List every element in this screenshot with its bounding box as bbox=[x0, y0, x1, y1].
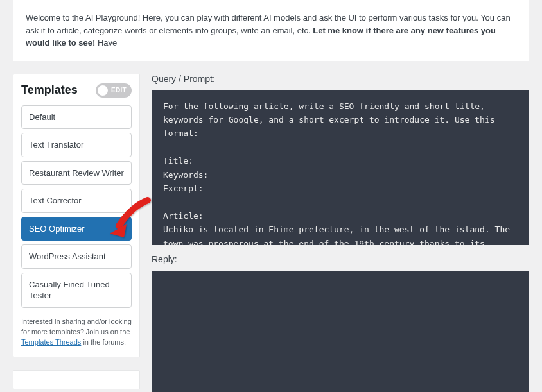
templates-note: Interested in sharing and/or looking for… bbox=[21, 317, 132, 348]
template-item-seo-optimizer[interactable]: SEO Optimizer bbox=[21, 217, 132, 241]
template-list: Default Text Translator Restaurant Revie… bbox=[21, 105, 132, 308]
template-item-default[interactable]: Default bbox=[21, 105, 132, 130]
templates-threads-link[interactable]: Templates Threads bbox=[21, 338, 81, 346]
welcome-banner: Welcome to the AI Playground! Here, you … bbox=[13, 0, 529, 61]
query-label: Query / Prompt: bbox=[152, 74, 529, 84]
next-card bbox=[13, 370, 140, 389]
edit-toggle[interactable]: EDIT bbox=[96, 83, 132, 98]
templates-title: Templates bbox=[21, 83, 78, 97]
note-before: Interested in sharing and/or looking for… bbox=[21, 318, 132, 336]
templates-card: Templates EDIT Default Text Translator R… bbox=[13, 74, 140, 357]
sidebar: Templates EDIT Default Text Translator R… bbox=[13, 74, 140, 393]
main-area: Query / Prompt: For the following articl… bbox=[152, 74, 529, 393]
template-item-casually-fined-tuned-tester[interactable]: Casually Fined Tuned Tester bbox=[21, 273, 132, 308]
welcome-text-after: Have bbox=[95, 38, 117, 47]
edit-toggle-label: EDIT bbox=[111, 87, 127, 94]
template-item-text-translator[interactable]: Text Translator bbox=[21, 133, 132, 157]
note-after: in the forums. bbox=[81, 338, 126, 346]
prompt-textarea[interactable]: For the following article, write a SEO-f… bbox=[152, 90, 529, 245]
template-item-text-corrector[interactable]: Text Corrector bbox=[21, 189, 132, 213]
template-item-wordpress-assistant[interactable]: WordPress Assistant bbox=[21, 244, 132, 269]
reply-label: Reply: bbox=[152, 254, 529, 264]
toggle-knob-icon bbox=[98, 85, 108, 96]
template-item-restaurant-review-writer[interactable]: Restaurant Review Writer bbox=[21, 161, 132, 185]
reply-textarea[interactable] bbox=[152, 271, 529, 393]
